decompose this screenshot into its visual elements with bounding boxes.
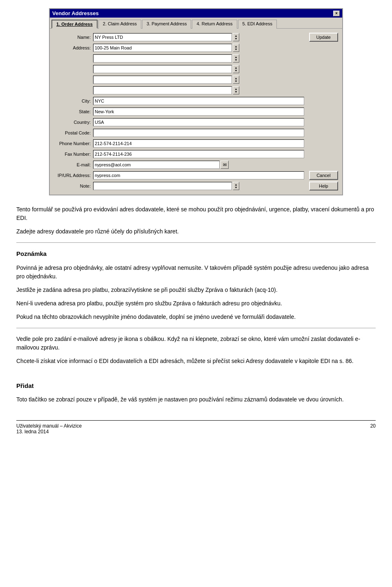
note-row: Note: ▲ ▼ [54,181,304,190]
postal-row: Postal Code: [54,128,304,137]
tab-payment-address[interactable]: 3. Payment Address [142,20,191,29]
postal-label: Postal Code: [54,130,91,135]
phone-label: Phone Number: [54,141,91,146]
poznamka-p3: Není-li uvedena adresa pro platbu, použi… [16,299,376,308]
pridat-heading: Přidat [16,381,376,391]
address-input-5[interactable] [93,86,232,94]
footer-date: 13. ledna 2014 [16,429,82,435]
ipurl-row: IP/URL Address: [54,171,304,180]
footer-manual-title: Uživatelský manuál – Akvizice [16,423,82,429]
fax-label: Fax Number: [54,152,91,157]
phone-row: Phone Number: [54,139,304,148]
note-input[interactable] [93,182,232,190]
page-footer: Uživatelský manuál – Akvizice 13. ledna … [16,420,376,435]
phone-input[interactable] [93,139,304,148]
country-input[interactable] [93,118,304,126]
divider-2 [16,328,376,328]
state-row: State: [54,107,304,116]
address-row-3: ▲ ▼ [54,65,304,74]
city-input[interactable] [93,97,304,105]
state-input[interactable] [93,108,304,116]
dialog-title: Vendor Addresses [52,10,99,16]
address2-scroll-btn[interactable]: ▲ ▼ [233,54,239,63]
fax-row: Fax Number: [54,150,304,159]
email-row: E-mail: ✉ [54,160,304,169]
address-input-4[interactable] [93,76,232,84]
address-input-3[interactable] [93,65,232,73]
email-input[interactable] [93,161,220,169]
divider-1 [16,242,376,243]
address3-scroll-btn[interactable]: ▲ ▼ [233,65,239,73]
tab-edi-address[interactable]: 5. EDI Address [238,20,277,29]
email-paragraph: Vedle pole pro zadání e-mailové adresy j… [16,335,376,352]
address5-scroll-btn[interactable]: ▲ ▼ [233,86,239,94]
address-input-1[interactable] [93,44,232,52]
action-buttons: Update Cancel Help [309,33,338,190]
address-label: Address: [54,45,91,50]
poznamka-p4: Pokud na těchto obrazovkách nevyplníte j… [16,313,376,321]
ipurl-label: IP/URL Address: [54,173,91,178]
note-scroll-btn[interactable]: ▲ ▼ [233,182,239,190]
vendor-addresses-dialog: Vendor Addresses × 1. Order Address 2. C… [49,8,343,195]
poznamka-p1: Povinná je adresa pro objednávky, ale os… [16,264,376,281]
tab-bar: 1. Order Address 2. Claim Address 3. Pay… [50,18,342,28]
name-label: Name: [54,35,91,40]
email-label: E-mail: [54,162,91,167]
form-fields: Name: ▲ ▼ Address: [54,33,304,190]
postal-input[interactable] [93,129,304,137]
city-label: City: [54,99,91,103]
note-label: Note: [54,184,91,188]
dialog-body: Name: ▲ ▼ Address: [50,28,342,195]
tab-claim-address[interactable]: 2. Claim Address [98,20,141,29]
country-row: Country: [54,118,304,127]
intro-paragraph-2: Zadejte adresy dodavatele pro různé účel… [16,227,376,236]
address-input-2[interactable] [93,54,232,63]
address1-scroll-btn[interactable]: ▲ ▼ [233,44,239,52]
close-button[interactable]: × [333,11,340,16]
name-row: Name: ▲ ▼ [54,33,304,42]
email-icon-button[interactable]: ✉ [220,161,229,169]
main-content: Tento formulář se používá pro evidování … [16,205,376,404]
footer-page-number: 20 [370,423,376,435]
poznamka-heading: Poznámka [16,249,376,259]
tab-return-address[interactable]: 4. Return Address [192,20,237,29]
cancel-button[interactable]: Cancel [309,171,338,180]
address-row-5: ▲ ▼ [54,86,304,95]
address4-scroll-btn[interactable]: ▲ ▼ [233,76,239,84]
fax-input[interactable] [93,150,304,158]
dialog-titlebar: Vendor Addresses × [50,9,342,18]
state-label: State: [54,109,91,114]
name-input[interactable] [93,33,232,41]
address-row-4: ▲ ▼ [54,75,304,84]
poznamka-p2: Jestliže je zadána adresa pro platbu, zo… [16,286,376,294]
address-row-1: Address: ▲ ▼ [54,43,304,52]
name-scroll-btn[interactable]: ▲ ▼ [233,33,239,41]
city-row: City: [54,96,304,105]
tab-order-address[interactable]: 1. Order Address [51,20,98,29]
country-label: Country: [54,120,91,125]
envelope-icon: ✉ [223,162,227,168]
edi-paragraph: Chcete-li získat více informací o EDI do… [16,357,376,365]
update-button[interactable]: Update [309,33,338,42]
pridat-paragraph: Toto tlačítko se zobrazí pouze v případě… [16,395,376,404]
intro-paragraph-1: Tento formulář se používá pro evidování … [16,205,376,222]
help-button[interactable]: Help [309,181,338,190]
address-row-2: ▲ ▼ [54,54,304,63]
ipurl-input[interactable] [93,171,304,179]
